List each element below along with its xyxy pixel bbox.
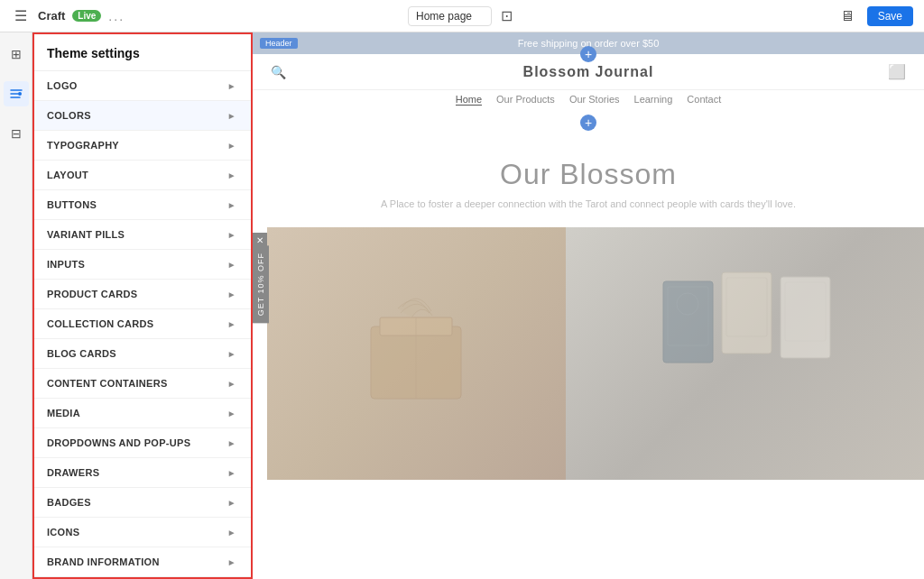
settings-item-label: BLOG CARDS	[47, 348, 116, 359]
live-badge: Live	[72, 10, 101, 22]
settings-item-label: ICONS	[47, 527, 79, 538]
preview-products: ✕ GET 10% OFF	[253, 227, 924, 480]
chevron-right-icon: ►	[227, 319, 236, 329]
preview-hero: Our Blossom A Place to foster a deeper c…	[253, 140, 924, 218]
svg-rect-4	[663, 281, 713, 363]
settings-item-label: CONTENT CONTAINERS	[47, 378, 168, 389]
settings-item-label: COLLECTION CARDS	[47, 318, 153, 329]
share-button[interactable]: 🖥	[836, 6, 858, 26]
product-decoration-right	[566, 227, 924, 480]
svg-point-0	[18, 92, 22, 96]
settings-item-badges[interactable]: BADGES►	[32, 488, 251, 518]
preview-inner: Header Free shipping on order over $50 +…	[253, 32, 924, 579]
hero-subtitle: A Place to foster a deeper connection wi…	[289, 198, 888, 209]
product-image-left	[267, 227, 566, 480]
settings-item-buttons[interactable]: BUTTONS►	[32, 190, 251, 220]
settings-item-label: LOGO	[47, 80, 78, 91]
settings-item-label: LAYOUT	[47, 170, 88, 180]
add-below-nav-button[interactable]: +	[580, 115, 596, 131]
nav-link-our-products[interactable]: Our Products	[496, 94, 555, 106]
search-icon[interactable]: 🔍	[271, 65, 286, 79]
settings-item-label: PRODUCT CARDS	[47, 289, 137, 299]
settings-item-label: BADGES	[47, 497, 91, 508]
settings-item-label: DROPDOWNS AND POP-UPS	[47, 437, 190, 448]
settings-panel-title: Theme settings	[47, 46, 140, 60]
nav-link-learning[interactable]: Learning	[634, 94, 673, 106]
header-section-label: Header	[260, 38, 298, 49]
page-selector[interactable]: Home page	[408, 6, 492, 26]
svg-rect-6	[781, 277, 830, 358]
settings-item-label: COLORS	[47, 110, 91, 121]
settings-item-label: TYPOGRAPHY	[47, 140, 119, 151]
settings-panel-header: Theme settings	[32, 32, 251, 71]
svg-rect-5	[722, 272, 772, 354]
nav-link-contact[interactable]: Contact	[687, 94, 721, 106]
settings-item-brand-information[interactable]: BRAND INFORMATION►	[32, 547, 251, 577]
product-decoration-left	[267, 227, 566, 480]
settings-item-blog-cards[interactable]: BLOG CARDS►	[32, 339, 251, 369]
settings-item-label: INPUTS	[47, 259, 85, 270]
settings-item-layout[interactable]: LAYOUT►	[32, 161, 251, 190]
chevron-right-icon: ►	[227, 141, 236, 151]
chevron-right-icon: ►	[227, 379, 236, 389]
nav-links: HomeOur ProductsOur StoriesLearningConta…	[253, 90, 924, 115]
nav-link-our-stories[interactable]: Our Stories	[569, 94, 620, 106]
settings-item-logo[interactable]: LOGO►	[32, 71, 251, 101]
layers-button[interactable]: ⊟	[4, 121, 29, 146]
settings-item-collection-cards[interactable]: COLLECTION CARDS►	[32, 309, 251, 339]
settings-item-media[interactable]: MEDIA►	[32, 399, 251, 428]
chevron-right-icon: ►	[227, 557, 236, 567]
save-button[interactable]: Save	[867, 6, 913, 26]
top-bar-left: ☰ Craft Live ...	[11, 5, 125, 26]
main-layout: ⊞ ⊟ Theme settings LOGO►COLORS►TYPOGRAPH…	[0, 32, 924, 579]
cart-icon[interactable]: ⬜	[888, 63, 906, 80]
settings-item-inputs[interactable]: INPUTS►	[32, 250, 251, 280]
device-preview-button[interactable]: ⊡	[497, 5, 516, 26]
chevron-right-icon: ►	[227, 111, 236, 121]
settings-item-label: MEDIA	[47, 408, 80, 418]
chevron-right-icon: ►	[227, 409, 236, 418]
settings-item-colors[interactable]: COLORS►	[32, 101, 251, 131]
settings-item-content-containers[interactable]: CONTENT CONTAINERS►	[32, 369, 251, 399]
settings-list: LOGO►COLORS►TYPOGRAPHY►LAYOUT►BUTTONS►VA…	[32, 71, 251, 579]
grid-view-button[interactable]: ⊞	[4, 41, 29, 67]
settings-item-icons[interactable]: ICONS►	[32, 518, 251, 547]
top-bar-right: 🖥 Save	[836, 6, 913, 26]
nav-add-section: +	[253, 115, 924, 140]
settings-item-label: VARIANT PILLS	[47, 229, 125, 240]
product-image-right	[566, 227, 924, 480]
chevron-right-icon: ►	[227, 81, 236, 91]
hero-title: Our Blossom	[289, 158, 888, 191]
preview-area: Header Free shipping on order over $50 +…	[253, 32, 924, 579]
top-bar-center: Home page ⊡	[408, 5, 516, 26]
chevron-right-icon: ►	[227, 438, 236, 448]
settings-item-dropdowns-and-pop-ups[interactable]: DROPDOWNS AND POP-UPS►	[32, 428, 251, 458]
settings-item-drawers[interactable]: DRAWERS►	[32, 458, 251, 488]
more-options-button[interactable]: ...	[108, 9, 125, 23]
settings-panel: Theme settings LOGO►COLORS►TYPOGRAPHY►LA…	[32, 32, 253, 579]
theme-settings-button[interactable]	[4, 81, 29, 106]
chevron-right-icon: ►	[227, 528, 236, 538]
brand-name: Craft	[38, 9, 65, 23]
chevron-right-icon: ►	[227, 290, 236, 299]
settings-item-product-cards[interactable]: PRODUCT CARDS►	[32, 280, 251, 309]
icon-sidebar: ⊞ ⊟	[0, 32, 32, 579]
settings-item-variant-pills[interactable]: VARIANT PILLS►	[32, 220, 251, 250]
promo-sidebar: GET 10% OFF	[253, 245, 269, 323]
settings-item-label: BRAND INFORMATION	[47, 556, 160, 567]
preview-header-bar: Header Free shipping on order over $50 +	[253, 32, 924, 54]
settings-item-label: DRAWERS	[47, 467, 99, 478]
nav-link-home[interactable]: Home	[456, 94, 482, 106]
settings-item-label: BUTTONS	[47, 199, 97, 210]
chevron-right-icon: ►	[227, 349, 236, 359]
promo-close-button[interactable]: ✕	[253, 233, 267, 247]
chevron-right-icon: ►	[227, 468, 236, 478]
chevron-right-icon: ►	[227, 200, 236, 210]
chevron-right-icon: ►	[227, 170, 236, 180]
chevron-right-icon: ►	[227, 230, 236, 240]
top-bar: ☰ Craft Live ... Home page ⊡ 🖥 Save	[0, 0, 924, 32]
sidebar-toggle-button[interactable]: ☰	[11, 5, 31, 26]
add-section-button[interactable]: +	[580, 46, 596, 62]
settings-item-typography[interactable]: TYPOGRAPHY►	[32, 131, 251, 161]
site-brand: Blossom Journal	[523, 64, 654, 80]
